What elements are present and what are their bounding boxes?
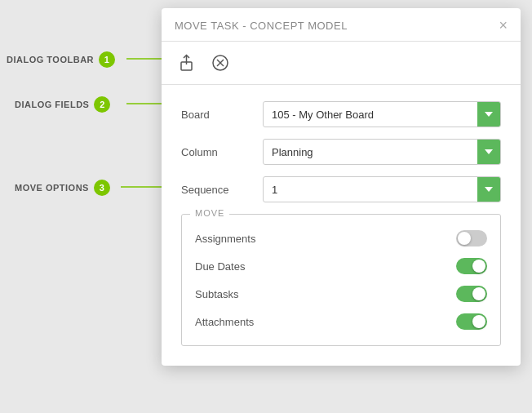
export-icon [179,54,197,72]
board-dropdown-arrow [477,102,500,127]
attachments-label: Attachments [195,316,254,328]
column-select-value: Planning [272,146,492,158]
board-field-row: Board 105 - My Other Board [181,101,501,127]
board-label: Board [181,109,263,121]
annotation-move-options: MOVE OPTIONS 3 [15,180,110,196]
attachments-row: Attachments [195,308,487,335]
move-section-title: MOVE [190,208,229,218]
due-dates-label: Due Dates [195,260,245,273]
subtasks-label: Subtasks [195,288,238,300]
column-select[interactable]: Planning [263,139,501,165]
subtasks-knob [472,287,485,300]
sequence-select-value: 1 [272,184,492,196]
move-export-button[interactable] [175,50,201,76]
cancel-circle-button[interactable] [207,50,233,76]
due-dates-row: Due Dates [195,252,487,280]
board-select[interactable]: 105 - My Other Board [263,101,501,127]
annotation-dialog-fields: DIALOG FIELDS 2 [15,96,110,113]
sequence-select-wrapper: 1 [263,176,501,202]
due-dates-knob [472,260,485,273]
board-select-value: 105 - My Other Board [272,109,492,121]
sequence-label: Sequence [181,184,263,196]
column-label: Column [181,146,263,158]
dialog-body: Board 105 - My Other Board Column Planni… [162,85,521,366]
column-field-row: Column Planning [181,139,501,165]
column-select-wrapper: Planning [263,139,501,165]
assignments-row: Assignments [195,224,487,252]
dialog-title: MOVE TASK - Concept Model [175,20,348,32]
dialog-toolbar [162,42,521,85]
dialog-title-bar: MOVE TASK - Concept Model × [162,8,521,42]
assignments-knob [458,232,471,245]
attachments-toggle[interactable] [456,313,487,330]
due-dates-toggle[interactable] [456,258,487,274]
column-dropdown-arrow [477,140,500,164]
assignments-toggle[interactable] [456,230,487,246]
move-task-dialog: MOVE TASK - Concept Model × [162,8,521,366]
move-section: MOVE Assignments Due Dates [181,214,501,346]
close-button[interactable]: × [499,18,508,33]
assignments-label: Assignments [195,233,255,245]
subtasks-toggle[interactable] [456,286,487,302]
annotation-dialog-toolbar: DIALOG TOOLBAR 1 [7,51,115,68]
board-select-wrapper: 105 - My Other Board [263,101,501,127]
sequence-dropdown-arrow [477,177,500,202]
cancel-icon [211,54,229,72]
attachments-knob [472,315,485,328]
sequence-select[interactable]: 1 [263,176,501,202]
subtasks-row: Subtasks [195,280,487,308]
sequence-field-row: Sequence 1 [181,176,501,202]
